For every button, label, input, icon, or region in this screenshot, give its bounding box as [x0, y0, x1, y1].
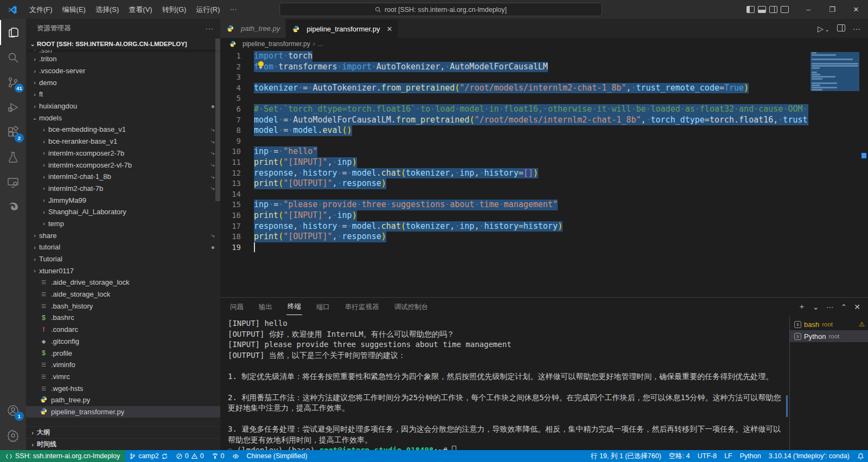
extensions-icon[interactable]: 2: [0, 120, 26, 145]
tree-item-vscode-server[interactable]: ›.vscode-server: [26, 65, 220, 77]
panel-more-icon[interactable]: ···: [826, 303, 834, 311]
restore-button[interactable]: ❐: [820, 0, 844, 19]
code-line-13[interactable]: 13print("[OUTPUT]",·response): [220, 178, 808, 189]
timeline-section[interactable]: › 时间线: [26, 438, 220, 450]
terminal-dropdown-icon[interactable]: ⌄: [813, 303, 819, 311]
sidebar-scrollbar[interactable]: [215, 39, 220, 201]
run-python-file-icon[interactable]: ▷ ⌄: [818, 24, 829, 33]
settings-gear-icon[interactable]: [0, 423, 26, 448]
terminal-instance-python[interactable]: $Pythonroot: [790, 330, 868, 342]
code-line-6[interactable]: 6#·Set·`torch_dtype=torch.float16`·to·lo…: [220, 104, 808, 115]
editor-more-actions-icon[interactable]: ···: [853, 24, 860, 33]
workspace-root-header[interactable]: ⌄ ROOT [SSH: SSH.INTERN-AI.ORG.CN-LMDEPL…: [26, 38, 220, 50]
code-line-8[interactable]: 8model·=·model.eval(): [220, 125, 808, 136]
testing-icon[interactable]: [0, 145, 26, 170]
tree-item-vimrc[interactable]: ☰.vimrc: [26, 371, 220, 383]
code-line-18[interactable]: 18print("[OUTPUT]",·response): [220, 232, 808, 242]
edge-browser-icon[interactable]: [0, 195, 26, 220]
tree-item-wget-hsts[interactable]: ☰.wget-hsts: [26, 382, 220, 394]
screencast-eye-icon[interactable]: [228, 450, 243, 462]
account-icon[interactable]: 1: [0, 398, 26, 423]
tree-item-bashrc[interactable]: $.bashrc: [26, 312, 220, 324]
minimize-button[interactable]: –: [796, 0, 820, 19]
menu-more[interactable]: ···: [225, 3, 241, 17]
tree-item-demo[interactable]: ›demo: [26, 76, 220, 88]
menu-selection[interactable]: 选择(S): [91, 3, 123, 17]
code-line-17[interactable]: 17response,·history·=·model.chat(tokeniz…: [220, 221, 808, 232]
code-line-12[interactable]: 12response,·history·=·model.chat(tokeniz…: [220, 168, 808, 179]
toggle-panel-icon[interactable]: [758, 6, 766, 13]
split-editor-icon[interactable]: [837, 24, 845, 33]
tree-item-huixiangdou[interactable]: ›huixiangdou●: [26, 100, 220, 112]
python-interpreter-indicator[interactable]: 3.10.14 ('lmdeploy': conda): [765, 450, 853, 462]
explorer-icon[interactable]: [0, 20, 26, 45]
ports-indicator[interactable]: 0: [208, 450, 228, 462]
toggle-secondary-sidebar-icon[interactable]: [769, 6, 777, 13]
toggle-sidebar-icon[interactable]: [746, 6, 755, 13]
close-button[interactable]: ✕: [844, 0, 868, 19]
code-line-11[interactable]: 11print("[INPUT]",·inp): [220, 157, 808, 168]
tree-item-xtuner0117[interactable]: ›xtuner0117: [26, 265, 220, 277]
language-indicator[interactable]: Python: [736, 450, 765, 462]
tree-item-aide_drive_storage_lock[interactable]: ☰.aide_drive_storage_lock: [26, 277, 220, 288]
tree-item-internlm2-chat-1_8b[interactable]: ›internlm2-chat-1_8b⤷: [26, 171, 220, 183]
panel-maximize-icon[interactable]: ⌃: [841, 303, 847, 311]
remote-explorer-icon[interactable]: [0, 170, 26, 195]
terminal-scrollbar[interactable]: [786, 395, 788, 417]
tree-item-gitconfig[interactable]: ◆.gitconfig: [26, 336, 220, 348]
tree-item-bash_history[interactable]: ☰.bash_history: [26, 300, 220, 312]
cursor-position-indicator[interactable]: 行 19, 列 1 (已选择760): [587, 450, 665, 462]
lightbulb-icon[interactable]: [257, 61, 264, 68]
menu-run[interactable]: 运行(R): [192, 3, 224, 17]
panel-tab-ports[interactable]: 端口: [315, 299, 331, 315]
explorer-more-actions-icon[interactable]: ···: [206, 25, 214, 33]
tree-item-bce-embedding-base_v1[interactable]: ›bce-embedding-base_v1⤷: [26, 124, 220, 136]
code-line-15[interactable]: 15inp·=·"please·provide·three·suggestion…: [220, 200, 808, 210]
tree-item-JimmyMa99[interactable]: ›JimmyMa99: [26, 194, 220, 206]
terminal-instance-bash[interactable]: $bashroot⚠: [790, 318, 868, 330]
tree-item-triton[interactable]: ›.triton: [26, 53, 220, 65]
indent-indicator[interactable]: 空格: 4: [665, 450, 694, 462]
tree-item-Tutorial[interactable]: ›Tutorial: [26, 253, 220, 265]
tree-item-internlm-xcomposer2-vl-7b[interactable]: ›internlm-xcomposer2-vl-7b⤷: [26, 159, 220, 171]
menu-file[interactable]: 文件(F): [25, 3, 57, 17]
code-line-14[interactable]: 14: [220, 189, 808, 200]
encoding-indicator[interactable]: UTF-8: [694, 450, 720, 462]
search-icon[interactable]: [0, 45, 26, 70]
panel-tab-output[interactable]: 输出: [258, 299, 273, 315]
customize-layout-icon[interactable]: [781, 6, 789, 13]
new-terminal-icon[interactable]: ＋: [798, 302, 806, 312]
git-branch-indicator[interactable]: camp2: [125, 450, 172, 462]
menu-edit[interactable]: 编辑(E): [58, 3, 90, 17]
menu-view[interactable]: 查看(V): [124, 3, 156, 17]
panel-close-icon[interactable]: ✕: [854, 303, 860, 311]
notifications-bell-icon[interactable]: [853, 450, 868, 462]
tree-item-pipeline_transformerpy[interactable]: pipeline_transformer.py: [26, 406, 220, 418]
code-line-16[interactable]: 16print("[INPUT]",·inp): [220, 210, 808, 221]
code-line-5[interactable]: 5: [220, 93, 808, 104]
tab-pipeline-transformer[interactable]: pipeline_transformer.py ✕: [286, 19, 398, 38]
remote-indicator[interactable]: SSH: ssh.intern-ai.org.cn-lmdeploy: [0, 450, 125, 462]
terminal-output[interactable]: [INPUT] hello[OUTPUT] 你好，欢迎使用 InternLM。有…: [220, 316, 789, 450]
tree-item-models[interactable]: ⌄models: [26, 112, 220, 124]
tree-item-condarc[interactable]: !.condarc: [26, 324, 220, 336]
tree-item-internlm2-chat-7b[interactable]: ›internlm2-chat-7b⤷: [26, 183, 220, 195]
tab-path-tree[interactable]: path_tree.py: [220, 19, 286, 38]
tree-item-viminfo[interactable]: ☰.viminfo: [26, 359, 220, 371]
breadcrumb[interactable]: pipeline_transformer.py › ...: [220, 38, 868, 50]
source-control-icon[interactable]: 41: [0, 70, 26, 95]
tree-item-aide_storage_lock[interactable]: ☰.aide_storage_lock: [26, 288, 220, 300]
panel-tab-serial-monitor[interactable]: 串行监视器: [344, 299, 380, 315]
command-center-search[interactable]: root [SSH: ssh.intern-ai.org.cn-lmdeploy…: [279, 3, 602, 16]
tree-item-path_treepy[interactable]: path_tree.py: [26, 394, 220, 406]
eol-indicator[interactable]: LF: [720, 450, 736, 462]
menu-go[interactable]: 转到(G): [158, 3, 191, 17]
ime-indicator[interactable]: Chinese (Simplified): [243, 450, 311, 462]
tab-close-icon[interactable]: ✕: [386, 25, 392, 33]
code-line-19[interactable]: 19: [220, 242, 808, 253]
panel-tab-debug-console[interactable]: 调试控制台: [393, 299, 430, 315]
minimap[interactable]: [808, 50, 860, 297]
panel-tab-problems[interactable]: 问题: [229, 299, 245, 315]
tree-item-ft[interactable]: ›ft: [26, 88, 220, 100]
tree-item-Shanghai_AI_Laboratory[interactable]: ›Shanghai_AI_Laboratory: [26, 206, 220, 218]
